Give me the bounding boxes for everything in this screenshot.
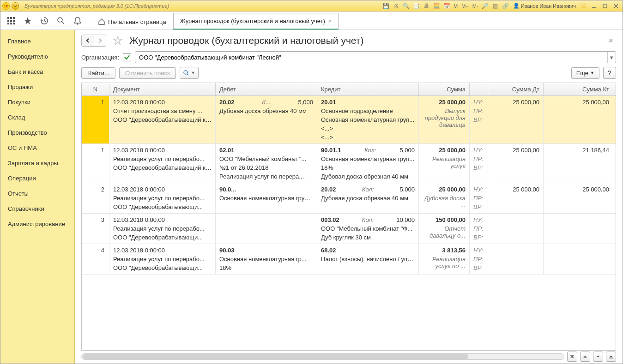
minimize-button[interactable] — [589, 2, 599, 10]
sidebar-item-6[interactable]: Производство — [0, 125, 74, 140]
svg-rect-8 — [7, 23, 9, 24]
more-button[interactable]: Еще▼ — [571, 67, 599, 79]
sidebar-item-4[interactable]: Покупки — [0, 95, 74, 110]
app-title: Бухгалтерия предприятия, редакция 3.0 (1… — [24, 3, 169, 9]
bell-icon[interactable] — [73, 16, 83, 26]
save-icon[interactable]: 💾 — [381, 2, 390, 10]
history-icon[interactable] — [39, 16, 49, 26]
app-menu-button[interactable] — [12, 2, 19, 10]
svg-rect-1 — [603, 4, 607, 8]
sidebar: ГлавноеРуководителюБанк и кассаПродажиПо… — [0, 30, 75, 364]
svg-rect-9 — [10, 23, 12, 24]
print2-icon[interactable]: 🖶 — [422, 2, 430, 10]
svg-line-15 — [187, 74, 188, 75]
org-label: Организация: — [81, 54, 119, 61]
col-n[interactable]: N — [82, 83, 109, 95]
tab-close-icon[interactable]: × — [328, 18, 332, 24]
svg-point-13 — [77, 23, 79, 24]
table-body[interactable]: 112.03.2018 0:00:00Отчет производства за… — [82, 96, 616, 350]
sidebar-item-11[interactable]: Справочники — [0, 201, 74, 216]
svg-rect-6 — [10, 20, 12, 22]
sidebar-item-0[interactable]: Главное — [0, 34, 74, 49]
help-button[interactable]: ? — [603, 67, 616, 79]
tab-journal[interactable]: Журнал проводок (бухгалтерский и налогов… — [173, 13, 339, 30]
find-button[interactable]: Найти... — [81, 67, 115, 79]
app-logo: 1с — [2, 2, 10, 10]
favorite-star-icon[interactable] — [113, 36, 123, 46]
chevron-down-icon: ▼ — [590, 71, 594, 75]
svg-rect-4 — [13, 17, 15, 19]
sidebar-item-7[interactable]: ОС и НМА — [0, 140, 74, 155]
sidebar-item-9[interactable]: Операции — [0, 171, 74, 186]
info-icon[interactable]: ⓘ — [579, 2, 587, 10]
svg-rect-10 — [13, 23, 15, 24]
col-sum-kt[interactable]: Сумма Кт — [544, 83, 616, 95]
sidebar-item-8[interactable]: Зарплата и кадры — [0, 155, 74, 171]
compare-icon[interactable]: 📑 — [412, 2, 420, 10]
table-row[interactable]: 212.03.2018 0:00:00Реализация услуг по п… — [82, 183, 616, 214]
svg-rect-7 — [13, 20, 15, 22]
table-row[interactable]: 112.03.2018 0:00:00Реализация услуг по п… — [82, 144, 616, 183]
table-row[interactable]: 112.03.2018 0:00:00Отчет производства за… — [82, 96, 616, 144]
zoom-icon[interactable]: 🔎 — [481, 2, 490, 10]
titlebar: 1с Бухгалтерия предприятия, редакция 3.0… — [0, 0, 623, 12]
col-credit[interactable]: Кредит — [317, 83, 419, 95]
nav-buttons — [81, 35, 106, 47]
memory-m[interactable]: M — [453, 3, 459, 9]
col-sum[interactable]: Сумма — [419, 83, 470, 95]
col-indicator — [470, 83, 488, 95]
svg-rect-2 — [7, 17, 9, 19]
org-dropdown-icon[interactable]: ▾ — [607, 52, 616, 63]
col-sum-dt[interactable]: Сумма Дт — [488, 83, 544, 95]
memory-mminus[interactable]: M- — [472, 3, 479, 9]
panel-icon[interactable]: ▥ — [491, 2, 500, 10]
page-close-icon[interactable]: × — [605, 35, 616, 47]
svg-point-14 — [184, 71, 188, 74]
sidebar-item-12[interactable]: Администрирование — [0, 216, 74, 232]
scroll-down-button[interactable] — [593, 352, 603, 362]
sidebar-item-5[interactable]: Склад — [0, 110, 74, 125]
star-icon[interactable] — [23, 16, 33, 26]
sidebar-item-10[interactable]: Отчеты — [0, 186, 74, 201]
sidebar-item-1[interactable]: Руководителю — [0, 49, 74, 64]
memory-mplus[interactable]: M+ — [460, 3, 470, 9]
horizontal-scrollbar[interactable] — [81, 353, 564, 360]
col-debit[interactable]: Дебет — [216, 83, 317, 95]
toolbar-row: Начальная страница Журнал проводок (бухг… — [0, 12, 623, 30]
search-dropdown-button[interactable]: ▼ — [180, 67, 199, 79]
calendar-icon[interactable]: 📅 — [442, 2, 451, 10]
preview-icon[interactable]: 🔍 — [402, 2, 410, 10]
sidebar-item-3[interactable]: Продажи — [0, 79, 74, 95]
user-icon: 👤 — [513, 3, 520, 9]
table-row[interactable]: 312.03.2018 0:00:00Реализация услуг по п… — [82, 214, 616, 244]
home-icon — [98, 18, 105, 25]
page-title: Журнал проводок (бухгалтерский и налогов… — [129, 35, 363, 46]
table-row[interactable]: 412.03.2018 0:00:00Реализация услуг по п… — [82, 244, 616, 274]
chevron-down-icon: ▼ — [191, 71, 195, 75]
maximize-button[interactable] — [600, 2, 610, 10]
svg-line-12 — [62, 22, 64, 24]
sidebar-item-2[interactable]: Банк и касса — [0, 64, 74, 79]
apps-icon[interactable] — [6, 16, 16, 26]
cancel-search-button: Отменить поиск — [119, 67, 176, 79]
tab-home[interactable]: Начальная страница — [91, 13, 173, 30]
link-icon[interactable]: 🔗 — [502, 2, 510, 10]
scroll-bottom-button[interactable] — [606, 352, 616, 362]
org-checkbox[interactable] — [123, 53, 131, 61]
scroll-top-button[interactable] — [567, 352, 577, 362]
svg-point-11 — [58, 18, 62, 22]
col-doc[interactable]: Документ — [109, 83, 216, 95]
current-user[interactable]: 👤Иванов Иван Иванович — [512, 3, 577, 9]
search-small-icon — [183, 70, 189, 76]
scroll-up-button[interactable] — [580, 352, 590, 362]
print-icon[interactable]: 🖨 — [392, 2, 400, 10]
close-button[interactable] — [611, 2, 621, 10]
org-input[interactable] — [135, 52, 607, 63]
table-header: N Документ Дебет Кредит Сумма Сумма Дт С… — [82, 83, 616, 96]
nav-back-button[interactable] — [82, 35, 94, 46]
svg-rect-3 — [10, 17, 12, 19]
calc-icon[interactable]: 🧮 — [432, 2, 441, 10]
nav-forward-button — [94, 35, 106, 46]
svg-rect-5 — [7, 20, 9, 22]
search-icon[interactable] — [56, 16, 66, 26]
